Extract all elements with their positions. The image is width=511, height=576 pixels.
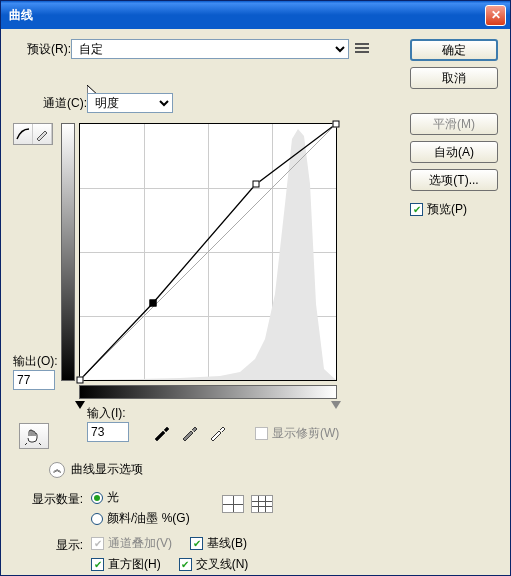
expander-label: 曲线显示选项 <box>71 461 143 478</box>
window-title: 曲线 <box>9 7 485 24</box>
curve-lines <box>80 124 336 380</box>
titlebar[interactable]: 曲线 ✕ <box>1 1 510 29</box>
curve-point-2[interactable] <box>252 181 259 188</box>
close-button[interactable]: ✕ <box>485 5 506 26</box>
curve-point-0[interactable] <box>77 377 84 384</box>
show-clipping-row: 显示修剪(W) <box>255 425 339 442</box>
preview-checkbox[interactable]: ✔ <box>410 203 423 216</box>
preset-menu-icon[interactable] <box>355 41 371 57</box>
white-slider[interactable] <box>331 401 341 409</box>
preview-label: 预览(P) <box>427 201 467 218</box>
eyedroppers <box>153 423 227 441</box>
baseline-checkbox[interactable]: ✔ <box>190 537 203 550</box>
light-label: 光 <box>107 489 119 506</box>
histogram-label: 直方图(H) <box>108 556 161 573</box>
svg-line-2 <box>80 124 336 380</box>
baseline-label: 基线(B) <box>207 535 247 552</box>
channel-overlay-label: 通道叠加(V) <box>108 535 172 552</box>
amount-label: 显示数量: <box>25 489 83 508</box>
output-field[interactable] <box>13 370 55 390</box>
black-eyedropper-icon[interactable] <box>153 423 171 441</box>
display-options-expander[interactable]: ︽ 曲线显示选项 <box>49 461 143 478</box>
curve-point-1[interactable] <box>149 299 156 306</box>
collapse-icon[interactable]: ︽ <box>49 462 65 478</box>
options-button[interactable]: 选项(T)... <box>410 169 498 191</box>
gray-eyedropper-icon[interactable] <box>181 423 199 441</box>
button-column: 确定 取消 平滑(M) 自动(A) 选项(T)... ✔ 预览(P) <box>410 39 498 218</box>
preset-select[interactable]: 自定 <box>71 39 349 59</box>
hand-tool[interactable] <box>19 423 49 449</box>
black-slider[interactable] <box>75 401 85 409</box>
preset-label: 预设(R): <box>13 41 71 58</box>
pencil-icon[interactable] <box>33 124 52 144</box>
curve-tool-toggle[interactable] <box>13 123 53 145</box>
curves-dialog: 曲线 ✕ 预设(R): 自定 确定 取消 平滑(M) 自动(A) 选项(T)..… <box>0 0 511 576</box>
auto-button[interactable]: 自动(A) <box>410 141 498 163</box>
show-clipping-label: 显示修剪(W) <box>272 425 339 442</box>
output-section: 输出(O): <box>13 353 58 390</box>
input-label: 输入(I): <box>87 405 129 422</box>
show-label: 显示: <box>25 535 83 554</box>
channel-overlay-checkbox: ✔ <box>91 537 104 550</box>
light-radio[interactable] <box>91 492 103 504</box>
grid-simple-icon[interactable] <box>222 495 244 513</box>
curve-point-3[interactable] <box>333 121 340 128</box>
output-gradient <box>61 123 75 381</box>
ok-button[interactable]: 确定 <box>410 39 498 61</box>
intersection-label: 交叉线(N) <box>196 556 249 573</box>
pigment-radio[interactable] <box>91 513 103 525</box>
channel-label: 通道(C): <box>35 95 87 112</box>
channel-select[interactable]: 明度 <box>87 93 173 113</box>
grid-detailed-icon[interactable] <box>251 495 273 513</box>
curve-icon[interactable] <box>14 124 33 144</box>
input-section: 输入(I): <box>87 405 129 442</box>
white-eyedropper-icon[interactable] <box>209 423 227 441</box>
cancel-button[interactable]: 取消 <box>410 67 498 89</box>
input-gradient <box>79 385 337 399</box>
pigment-label: 颜料/油墨 %(G) <box>107 510 190 527</box>
histogram-checkbox[interactable]: ✔ <box>91 558 104 571</box>
show-clipping-checkbox <box>255 427 268 440</box>
display-options: 显示数量: 光 颜料/油墨 %(G) <box>25 489 273 573</box>
smooth-button: 平滑(M) <box>410 113 498 135</box>
intersection-checkbox[interactable]: ✔ <box>179 558 192 571</box>
curve-plot[interactable] <box>79 123 337 381</box>
main-area: 通道(C): 明度 <box>13 93 387 119</box>
input-field[interactable] <box>87 422 129 442</box>
output-label: 输出(O): <box>13 353 58 370</box>
